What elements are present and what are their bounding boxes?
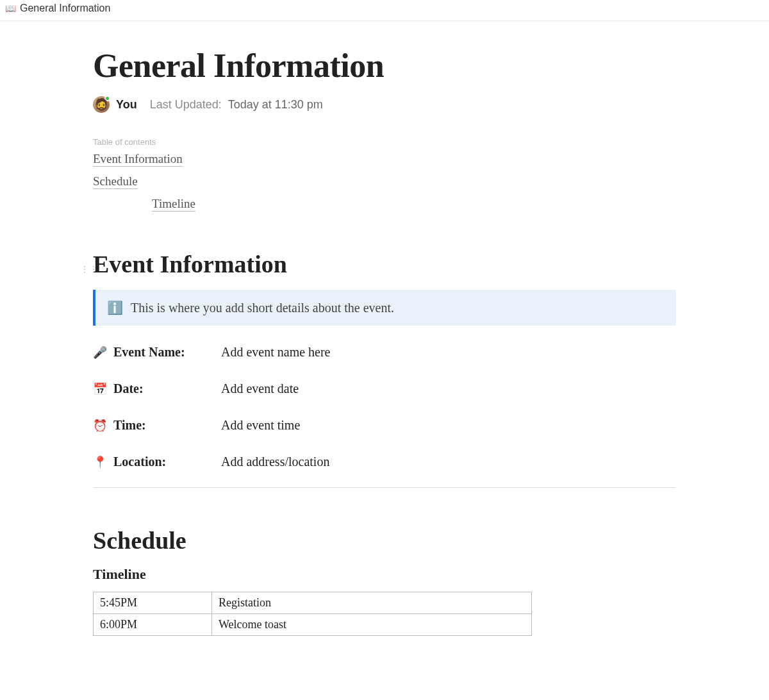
table-row[interactable]: 6:00PM Welcome toast: [94, 614, 532, 636]
value-date[interactable]: Add event date: [221, 381, 299, 396]
section-divider: [93, 487, 676, 488]
calendar-icon: 📅: [93, 382, 107, 396]
callout-text: This is where you add short details abou…: [131, 301, 394, 315]
updated-label: Last Updated:: [150, 98, 222, 112]
pin-icon: 📍: [93, 455, 107, 469]
breadcrumb-bar: 📖 General Information: [0, 0, 769, 21]
page-meta: You Last Updated: Today at 11:30 pm: [93, 96, 676, 113]
row-location[interactable]: 📍 Location: Add address/location: [93, 454, 676, 469]
toc-link-timeline[interactable]: Timeline: [152, 197, 195, 212]
cell-time[interactable]: 5:45PM: [94, 592, 212, 614]
value-event-name[interactable]: Add event name here: [221, 345, 330, 360]
timeline-table[interactable]: 5:45PM Registation 6:00PM Welcome toast: [93, 592, 532, 636]
cell-item[interactable]: Registation: [212, 592, 532, 614]
author-name[interactable]: You: [116, 98, 137, 112]
page-title[interactable]: General Information: [93, 47, 676, 85]
table-of-contents: Event Information Schedule Timeline: [93, 152, 676, 212]
heading-timeline[interactable]: Timeline: [93, 566, 676, 583]
updated-time: Today at 11:30 pm: [228, 98, 323, 112]
breadcrumb-title[interactable]: General Information: [20, 3, 110, 14]
row-date[interactable]: 📅 Date: Add event date: [93, 381, 676, 396]
event-detail-list: 🎤 Event Name: Add event name here 📅 Date…: [93, 345, 676, 469]
book-icon: 📖: [5, 4, 16, 13]
value-location[interactable]: Add address/location: [221, 454, 329, 469]
label-date: Date:: [113, 381, 144, 396]
page-body: General Information You Last Updated: To…: [93, 47, 676, 662]
info-callout[interactable]: ℹ️ This is where you add short details a…: [93, 290, 676, 326]
presence-indicator: [104, 96, 110, 101]
heading-schedule[interactable]: Schedule: [93, 526, 676, 554]
toc-heading: Table of contents: [93, 137, 676, 147]
cell-time[interactable]: 6:00PM: [94, 614, 212, 636]
label-location: Location:: [113, 454, 166, 469]
info-icon: ℹ️: [107, 300, 123, 315]
toc-link-schedule[interactable]: Schedule: [93, 174, 138, 189]
row-event-name[interactable]: 🎤 Event Name: Add event name here: [93, 345, 676, 360]
cell-item[interactable]: Welcome toast: [212, 614, 532, 636]
label-event-name: Event Name:: [113, 345, 185, 360]
microphone-icon: 🎤: [93, 346, 107, 360]
author-avatar[interactable]: [93, 96, 110, 113]
row-time[interactable]: ⏰ Time: Add event time: [93, 418, 676, 433]
table-row[interactable]: 5:45PM Registation: [94, 592, 532, 614]
label-time: Time:: [113, 418, 146, 433]
toc-link-event-information[interactable]: Event Information: [93, 152, 183, 167]
section-event-information: ⋮⋮ Event Information: [93, 250, 676, 278]
heading-event-information[interactable]: Event Information: [93, 250, 676, 278]
drag-handle-icon[interactable]: ⋮⋮: [80, 265, 98, 274]
value-time[interactable]: Add event time: [221, 418, 300, 433]
clock-icon: ⏰: [93, 419, 107, 433]
